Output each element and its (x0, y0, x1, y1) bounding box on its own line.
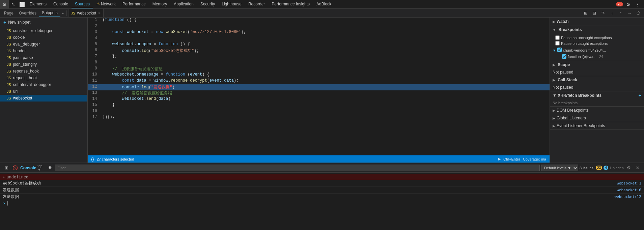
js-file-icon: JS (7, 76, 11, 80)
file-item-json_parse[interactable]: JS json_parse (0, 54, 87, 61)
scope-header[interactable]: ▶ Scope (550, 61, 644, 68)
file-item-reponse_hook[interactable]: JS reponse_hook (0, 68, 87, 75)
callstack-header[interactable]: ▶ Call Stack (550, 76, 644, 84)
step-over-icon[interactable]: ↷ (599, 9, 607, 17)
code-editor[interactable]: 1 (function () { 2 3 const websocket = n… (88, 18, 550, 155)
file-item-setinterval_debugger[interactable]: JS setInterval_debugger (0, 81, 87, 88)
line-content[interactable]: websocket.onopen = function () { (101, 42, 550, 48)
global-listeners-header[interactable]: ▶ Global Listeners (550, 114, 644, 122)
console-settings-icon[interactable]: ⚙ (625, 164, 633, 172)
pause-caught-cb[interactable]: Pause on caught exceptions (553, 40, 641, 46)
js-file-icon: JS (7, 35, 11, 39)
dom-bp-header[interactable]: ▶ DOM Breakpoints (550, 107, 644, 114)
console-label[interactable]: Console (20, 166, 36, 170)
tab-application[interactable]: Application (170, 0, 197, 8)
more-tabs-btn[interactable]: » (60, 11, 65, 15)
run-icon[interactable]: ▶ (498, 157, 501, 161)
line-num: 15 (88, 103, 101, 109)
settings-icon[interactable]: ⚙ (624, 0, 633, 9)
line-content[interactable] (101, 24, 550, 30)
step-out-icon[interactable]: ↑ (617, 9, 624, 17)
console-input-line[interactable]: > (0, 200, 644, 206)
line-content[interactable]: }; (101, 54, 550, 60)
console-filter-input[interactable] (55, 165, 540, 171)
line-content[interactable]: } (101, 103, 550, 109)
tab-security[interactable]: Security (197, 0, 218, 8)
step-icon[interactable]: → (626, 9, 633, 17)
line-content[interactable] (101, 109, 550, 115)
line-content[interactable]: (function () { (101, 18, 550, 24)
line-content[interactable]: })(); (101, 115, 550, 121)
tab-memory[interactable]: Memory (149, 0, 170, 8)
tab-recorder[interactable]: Recorder (245, 0, 268, 8)
file-item-url[interactable]: JS url (0, 88, 87, 95)
sidebar-toggle-icon[interactable]: ⊞ (582, 9, 589, 17)
new-snippet-button[interactable]: + New snippet (0, 18, 87, 27)
sources-overrides-tab[interactable]: Overrides (16, 9, 39, 17)
bp-func-check[interactable] (562, 54, 566, 59)
sources-snippets-tab[interactable]: Snippets (39, 9, 60, 17)
console-close-btn[interactable]: ✕ (634, 164, 641, 172)
tab-network[interactable]: ⚠ Network (93, 0, 119, 8)
step-into-icon[interactable]: ↓ (608, 9, 616, 17)
tab-performance[interactable]: Performance (119, 0, 149, 8)
pause-uncaught-checkbox[interactable] (555, 35, 560, 40)
js-file-icon: JS (7, 56, 11, 60)
file-item-request_hook[interactable]: JS request_hook (0, 75, 87, 81)
line-content[interactable]: console.log("WebSocket连接成功"); (101, 48, 550, 54)
device-icon[interactable]: ⬜ (18, 0, 26, 9)
bp-func-entry: function i(e){var... 24 (553, 54, 641, 59)
add-xhr-bp-btn[interactable]: + (639, 93, 641, 98)
line-content[interactable]: const websocket = new WebSocket('ws://12… (101, 30, 550, 36)
file-item-header[interactable]: JS header (0, 48, 87, 54)
breakpoints-header[interactable]: ▼ Breakpoints (550, 26, 644, 33)
pause-caught-checkbox[interactable] (555, 41, 560, 46)
line-content[interactable]: const data = window.reponse_decrypt(even… (101, 78, 550, 84)
tab-adblock[interactable]: AdBlock (313, 0, 335, 8)
tab-elements[interactable]: Elements (26, 0, 50, 8)
bp-expand-icon: ▼ (553, 49, 556, 52)
line-content[interactable] (101, 60, 550, 66)
console-eye-icon[interactable]: 👁 (46, 164, 54, 172)
pause-uncaught-cb[interactable]: Pause on uncaught exceptions (553, 35, 641, 40)
console-sidebar-icon[interactable]: ⊞ (3, 164, 10, 172)
tab-sources[interactable]: Sources (72, 0, 93, 8)
console-clear-icon[interactable]: 🚫 (11, 164, 19, 172)
close-file-btn[interactable]: × (98, 11, 101, 16)
console-text-send-2: 发送数据 (3, 194, 615, 200)
line-content[interactable]: // 发送解密数据给服务端 (101, 90, 550, 96)
tab-console[interactable]: Console (50, 0, 72, 8)
ws-link-6[interactable]: websocket:6 (617, 188, 641, 192)
split-editor-icon[interactable]: ⊟ (591, 9, 598, 17)
event-listener-bp-header[interactable]: ▶ Event Listener Breakpoints (550, 122, 644, 130)
console-input[interactable] (6, 201, 641, 206)
file-item-eval_debugger[interactable]: JS eval_debugger (0, 41, 87, 48)
line-content[interactable] (101, 36, 550, 42)
xhr-bp-header[interactable]: ▼ XHR/fetch Breakpoints + (550, 91, 644, 99)
bp-file-check[interactable] (557, 48, 562, 52)
file-item-constructor_debugger[interactable]: JS constructor_debugger (0, 27, 87, 34)
line-content[interactable]: // 接收服务端发送的信息 (101, 66, 550, 72)
tab-lighthouse[interactable]: Lighthouse (218, 0, 245, 8)
ws-link-1[interactable]: websocket:1 (617, 181, 641, 185)
ws-link-12[interactable]: websocket:12 (615, 195, 641, 199)
line-content[interactable]: websocket.onmessage = function (event) { (101, 72, 550, 78)
line-content[interactable]: websocket.send(data) (101, 96, 550, 103)
devtools-icon[interactable]: ⚙ (0, 0, 9, 9)
js-file-icon: JS (7, 62, 11, 66)
active-file-tab[interactable]: JS websocket × (68, 9, 104, 17)
more-options-icon[interactable]: ⋮ (633, 0, 642, 9)
watch-section-header[interactable]: ▶ Watch (550, 18, 644, 26)
sources-page-tab[interactable]: Page (1, 9, 16, 17)
code-table: 1 (function () { 2 3 const websocket = n… (88, 18, 550, 121)
line-content[interactable]: console.log("发送数据") (101, 84, 550, 90)
file-item-websocket[interactable]: JS websocket (0, 95, 87, 102)
tab-perfinsights[interactable]: Performance insights (268, 0, 313, 8)
deactivate-bp-icon[interactable]: ⬡ (635, 9, 642, 17)
console-level-select[interactable]: Default levels ▼ (541, 165, 578, 171)
bp-file-checkbox[interactable] (557, 48, 562, 53)
console-level-icon[interactable]: top ▼ (37, 164, 45, 172)
file-item-json_stringify[interactable]: JS json_stringify (0, 61, 87, 68)
inspect-icon[interactable]: ↖ (9, 0, 18, 9)
file-item-cookie[interactable]: JS cookie (0, 34, 87, 41)
